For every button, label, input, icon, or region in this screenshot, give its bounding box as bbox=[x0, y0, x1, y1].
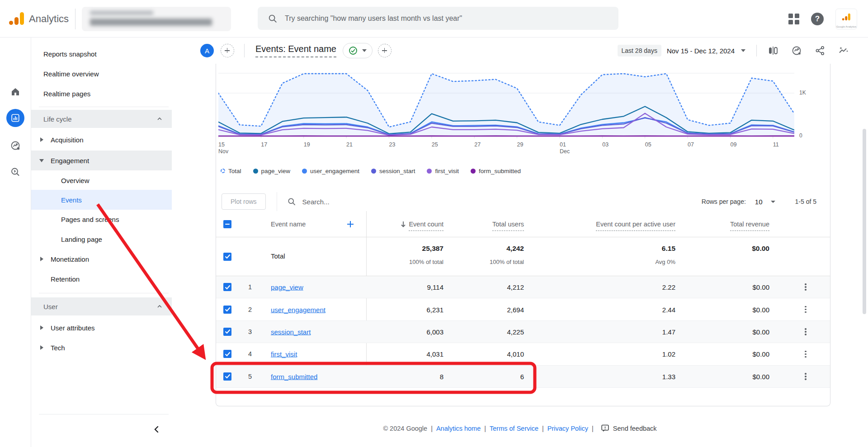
table-row-page-view: 1 page_view 9,114 4,212 2.22 $0.00 bbox=[216, 276, 830, 298]
rows-per-page-select[interactable]: 10 bbox=[755, 198, 763, 206]
event-name-link[interactable]: session_start bbox=[271, 328, 311, 335]
sidebar-item-realtime-overview[interactable]: Realtime overview bbox=[31, 64, 172, 84]
row-checkbox[interactable] bbox=[223, 350, 231, 358]
scrollbar-thumb[interactable] bbox=[863, 129, 866, 314]
table-row-session-start: 3 session_start 6,003 4,225 1.47 $0.00 bbox=[216, 321, 830, 343]
advertising-icon[interactable] bbox=[6, 136, 24, 155]
sidebar-item-label: Overview bbox=[61, 177, 90, 184]
chevron-down-icon[interactable] bbox=[771, 201, 775, 203]
column-header-total-users[interactable]: Total users bbox=[492, 221, 524, 228]
help-glyph: ? bbox=[815, 14, 820, 24]
table-search-input[interactable]: Search... bbox=[287, 197, 330, 206]
sidebar-item-pages-and-screens[interactable]: Pages and screens bbox=[31, 209, 172, 229]
row-checkbox[interactable] bbox=[223, 283, 231, 291]
event-count-cell: 8 bbox=[440, 372, 443, 380]
x-axis-tick-label: 21 bbox=[346, 141, 353, 148]
column-header-total-revenue[interactable]: Total revenue bbox=[730, 221, 769, 228]
analytics-logo-icon bbox=[9, 12, 24, 26]
help-icon[interactable]: ? bbox=[811, 13, 824, 25]
brand-title: Analytics bbox=[29, 13, 69, 25]
legend-item-session_start: session_start bbox=[371, 168, 415, 174]
x-axis-tick-label: 09 bbox=[730, 141, 736, 148]
share-icon[interactable] bbox=[815, 45, 826, 56]
reports-icon[interactable] bbox=[6, 109, 24, 127]
x-axis-tick-label: 19 bbox=[304, 141, 310, 148]
trend-sparkle-icon[interactable] bbox=[838, 45, 849, 56]
explore-icon[interactable] bbox=[6, 163, 24, 181]
page-title[interactable]: Events: Event name bbox=[255, 44, 336, 57]
report-status-pill[interactable] bbox=[343, 43, 373, 58]
privacy-policy-link[interactable]: Privacy Policy bbox=[547, 425, 588, 432]
count-per-user-cell: 1.47 bbox=[662, 328, 675, 335]
add-comparison-button[interactable] bbox=[221, 44, 234, 57]
avatar[interactable]: A bbox=[200, 44, 214, 57]
topbar: Analytics Try searching "how many users … bbox=[0, 0, 868, 38]
sidebar-section-life-cycle[interactable]: Life cycle bbox=[31, 110, 172, 128]
count-per-user-cell: 2.44 bbox=[662, 306, 675, 313]
sidebar-item-reports-snapshot[interactable]: Reports snapshot bbox=[31, 44, 172, 64]
column-header-event-count[interactable]: Event count bbox=[401, 221, 443, 228]
date-range-picker[interactable]: Nov 15 - Dec 12, 2024 bbox=[667, 47, 735, 55]
search-icon bbox=[268, 14, 278, 24]
sidebar-item-landing-page[interactable]: Landing page bbox=[31, 229, 172, 249]
sidebar-item-overview[interactable]: Overview bbox=[31, 170, 172, 190]
analytics-home-link[interactable]: Analytics home bbox=[436, 425, 481, 432]
total-count-per-active-user-sub: Avg 0% bbox=[655, 259, 675, 265]
column-label: Event count bbox=[409, 221, 443, 231]
sidebar-item-label: Realtime overview bbox=[43, 70, 99, 78]
event-name-link[interactable]: page_view bbox=[271, 283, 303, 291]
select-all-checkbox[interactable] bbox=[223, 220, 231, 228]
sidebar-item-retention[interactable]: Retention bbox=[31, 269, 172, 289]
event-name-link[interactable]: first_visit bbox=[271, 350, 297, 358]
date-preset-badge: Last 28 days bbox=[618, 45, 661, 56]
row-checkbox[interactable] bbox=[223, 328, 231, 336]
account-avatar[interactable]: Google Analytics bbox=[835, 9, 857, 29]
sidebar-item-realtime-pages[interactable]: Realtime pages bbox=[31, 84, 172, 104]
x-axis-tick-label: 07 bbox=[688, 141, 694, 148]
home-icon[interactable] bbox=[6, 83, 24, 101]
row-menu-button[interactable] bbox=[800, 304, 811, 315]
row-menu-button[interactable] bbox=[800, 371, 811, 382]
terms-of-service-link[interactable]: Terms of Service bbox=[490, 425, 538, 432]
plot-rows-button[interactable]: Plot rows bbox=[222, 193, 266, 210]
column-header-event-name[interactable]: Event name bbox=[271, 221, 306, 228]
sidebar-item-tech[interactable]: Tech bbox=[31, 338, 172, 358]
row-checkbox[interactable] bbox=[223, 306, 231, 314]
count-per-user-cell: 1.02 bbox=[662, 350, 675, 358]
sidebar-item-events[interactable]: Events bbox=[31, 190, 172, 210]
total-count-per-active-user: 6.15 bbox=[662, 245, 675, 253]
row-checkbox[interactable] bbox=[223, 372, 231, 381]
sidebar-collapse-button[interactable] bbox=[150, 423, 163, 436]
row-menu-button[interactable] bbox=[800, 348, 811, 359]
row-checkbox[interactable] bbox=[223, 253, 231, 261]
event-name-link[interactable]: user_engagement bbox=[271, 306, 326, 313]
add-column-icon[interactable] bbox=[346, 220, 354, 228]
search-icon bbox=[287, 197, 296, 206]
x-axis-tick-label: 27 bbox=[474, 141, 481, 148]
sidebar-item-acquisition[interactable]: Acquisition bbox=[31, 130, 172, 150]
apps-grid-icon[interactable] bbox=[788, 14, 799, 24]
global-search-input[interactable]: Try searching "how many users last month… bbox=[258, 7, 618, 30]
comparison-icon[interactable] bbox=[768, 45, 778, 56]
main-content: A Events: Event name Last 28 days Nov 15… bbox=[172, 38, 868, 447]
row-menu-button[interactable] bbox=[800, 326, 811, 337]
account-selector[interactable] bbox=[82, 7, 231, 31]
sidebar-item-user-attributes[interactable]: User attributes bbox=[31, 318, 172, 338]
insights-icon[interactable] bbox=[791, 45, 802, 56]
sidebar-divider bbox=[39, 293, 169, 293]
column-header-event-count-per-active-user[interactable]: Event count per active user bbox=[596, 221, 675, 228]
sidebar-item-engagement[interactable]: Engagement bbox=[31, 151, 172, 170]
send-feedback-button[interactable]: Send feedback bbox=[601, 424, 657, 433]
total-revenue: $0.00 bbox=[752, 245, 769, 253]
report-card: 1K0 15Nov1719212325272901Dec0305070911 T… bbox=[216, 64, 830, 406]
x-axis: 15Nov1719212325272901Dec0305070911 bbox=[218, 141, 794, 158]
row-menu-button[interactable] bbox=[800, 282, 811, 292]
chevron-down-icon[interactable] bbox=[741, 49, 745, 52]
sidebar-section-user[interactable]: User bbox=[31, 297, 172, 315]
add-report-button[interactable] bbox=[378, 44, 392, 57]
legend-label: form_submitted bbox=[479, 168, 521, 174]
sort-descending-icon bbox=[401, 221, 406, 227]
search-placeholder: Try searching "how many users last month… bbox=[285, 14, 462, 23]
event-name-link[interactable]: form_submitted bbox=[271, 372, 317, 380]
sidebar-item-monetization[interactable]: Monetization bbox=[31, 249, 172, 269]
